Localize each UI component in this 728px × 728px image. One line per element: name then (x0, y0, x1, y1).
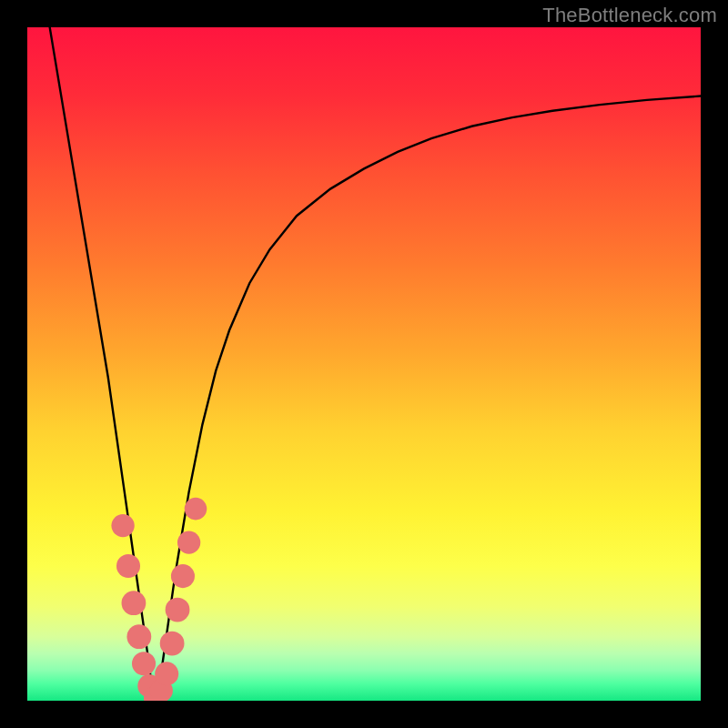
marker-dot (132, 652, 156, 675)
marker-dot (166, 598, 190, 622)
chart-frame: TheBottleneck.com (0, 0, 728, 728)
marker-dot (177, 531, 200, 553)
marker-dot (116, 554, 140, 578)
marker-dot (185, 498, 207, 521)
marker-dot (160, 632, 185, 656)
marker-dot (126, 624, 151, 649)
plot-area (27, 27, 701, 701)
curve-markers (111, 498, 207, 701)
marker-dot (122, 591, 147, 615)
marker-dot (111, 514, 134, 537)
marker-dot (171, 564, 195, 588)
curve-layer (27, 27, 701, 701)
marker-dot (155, 662, 178, 685)
watermark-text: TheBottleneck.com (542, 4, 717, 27)
